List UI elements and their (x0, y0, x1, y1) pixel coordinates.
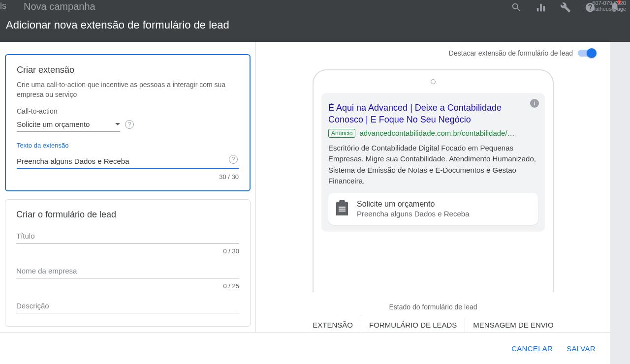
phone-preview: i É Aqui na Advanced | Deixe a Contabili… (313, 69, 554, 292)
company-input[interactable] (16, 264, 239, 278)
highlight-toggle-label: Destacar extensão de formulário de lead (449, 49, 573, 57)
ad-preview: i É Aqui na Advanced | Deixe a Contabili… (321, 93, 545, 232)
search-icon[interactable] (511, 2, 522, 13)
preview-tabs: EXTENSÃO FORMULÁRIO DE LEADS MENSAGEM DE… (271, 318, 596, 332)
reports-icon[interactable] (536, 2, 546, 13)
ext-text-input[interactable] (17, 154, 239, 169)
cta-title: Solicite um orçamento (357, 200, 470, 209)
chevron-down-icon (115, 123, 120, 125)
cta-label: Call-to-action (17, 107, 239, 115)
ad-url: advancedcontabilidade.com.br/contabilida… (359, 129, 517, 137)
cancel-button[interactable]: CANCELAR (511, 344, 553, 353)
ext-text-label: Texto da extensão (17, 142, 239, 149)
cta-subtitle: Preencha alguns Dados e Receba (357, 210, 470, 218)
ad-title: É Aqui na Advanced | Deixe a Contabilida… (328, 102, 538, 126)
ext-text-counter: 30 / 30 (17, 173, 239, 181)
ad-description: Escritório de Contabilidade Digital Foca… (328, 143, 538, 187)
ad-badge: Anúncio (328, 129, 355, 138)
save-button[interactable]: SALVAR (567, 344, 596, 353)
highlight-toggle[interactable] (578, 50, 596, 57)
tab-send-message[interactable]: MENSAGEM DE ENVIO (465, 318, 561, 332)
form-title-counter: 0 / 30 (16, 247, 239, 255)
create-form-card: Criar o formulário de lead 0 / 30 0 / 25 (5, 199, 251, 327)
breadcrumb-campaign: Nova campanha (24, 1, 95, 12)
create-extension-card: Criar extensão Crie uma call-to-action q… (5, 54, 251, 191)
company-counter: 0 / 25 (16, 282, 239, 290)
tools-icon[interactable] (560, 2, 571, 13)
cta-select[interactable]: Solicite um orçamento (17, 117, 120, 132)
create-form-title: Criar o formulário de lead (16, 210, 239, 220)
tab-lead-form[interactable]: FORMULÁRIO DE LEADS (361, 318, 465, 332)
info-icon[interactable]: i (530, 99, 539, 108)
phone-camera-icon (431, 79, 436, 84)
description-input[interactable] (16, 299, 239, 313)
clipboard-icon (336, 202, 348, 215)
modal-title: Adicionar nova extensão de formulário de… (6, 19, 229, 31)
account-info: 507-079-7920 matheus@age (591, 0, 626, 12)
help-icon[interactable]: ? (125, 120, 134, 129)
form-state-label: Estado do formulário de lead (271, 303, 596, 311)
form-title-input[interactable] (16, 229, 239, 243)
create-extension-title: Criar extensão (17, 65, 239, 75)
create-extension-desc: Crie uma call-to-action que incentive as… (17, 80, 239, 99)
cta-preview[interactable]: Solicite um orçamento Preencha alguns Da… (328, 193, 538, 225)
tab-extension[interactable]: EXTENSÃO (305, 318, 361, 332)
breadcrumb-ls: ls (0, 1, 6, 11)
